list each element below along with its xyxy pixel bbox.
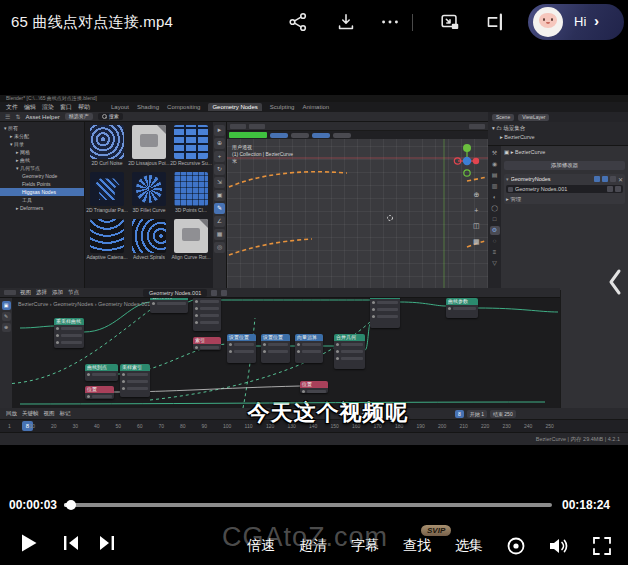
node: 位置 xyxy=(85,386,114,399)
subtitle-button[interactable]: 字幕 xyxy=(348,537,382,555)
toggle-pill-blue xyxy=(270,133,288,138)
socket-slider xyxy=(307,390,326,393)
search-button[interactable]: 查找 xyxy=(400,537,434,555)
node-socket xyxy=(446,305,478,312)
modifier-toggle-icon xyxy=(602,176,608,182)
socket-slider xyxy=(127,380,148,383)
socket-slider xyxy=(200,300,219,303)
asset-label: Advect Spirals xyxy=(133,253,165,261)
node-socket xyxy=(120,385,150,392)
node-body xyxy=(261,341,290,363)
progress-bar[interactable] xyxy=(64,503,552,507)
next-episode-button[interactable] xyxy=(98,535,116,551)
socket-slider xyxy=(200,321,219,324)
download-button[interactable] xyxy=(334,11,358,35)
catalog-item: ▾ 几何节点 xyxy=(0,164,84,172)
extrude-tool-icon: ◎ xyxy=(214,242,225,253)
socket-slider xyxy=(302,350,321,353)
asset-label: Align Curve Rot... xyxy=(171,253,210,261)
socket-slider xyxy=(61,334,82,337)
object-properties-tab-icon: □ xyxy=(490,215,500,224)
quality-button[interactable]: 超清 xyxy=(296,537,330,555)
node: 曲线到点 xyxy=(85,364,118,381)
node-socket xyxy=(227,341,256,348)
node-header: 索引 xyxy=(193,337,221,344)
physics-properties-tab-icon: ◌ xyxy=(490,237,500,246)
toolbar-divider xyxy=(412,14,413,31)
zoom-icon: ⊕ xyxy=(473,191,480,199)
more-button[interactable] xyxy=(378,11,402,35)
asset-search-field: 搜索 xyxy=(98,113,123,120)
speed-button[interactable]: 倍速 xyxy=(244,537,278,555)
volume-button[interactable] xyxy=(548,536,570,556)
episodes-button[interactable]: 选集 xyxy=(452,537,486,555)
node-socket xyxy=(334,341,365,348)
socket-dot xyxy=(263,350,266,353)
socket-dot xyxy=(229,350,232,353)
fullscreen-icon xyxy=(592,536,612,556)
avatar-button[interactable]: Hi › xyxy=(528,4,624,40)
node: 采样索引 xyxy=(120,364,150,397)
node-socket xyxy=(300,388,328,393)
episode-panel-handle[interactable] xyxy=(604,265,626,299)
video-surface[interactable]: Blender* [C:\...\65 曲线点对点连接.blend] 文件编辑渲… xyxy=(0,45,628,495)
rotate-tool-icon: ↻ xyxy=(214,164,225,175)
node-editor-menu-item: 选择 xyxy=(36,289,47,296)
node-socket xyxy=(54,339,84,346)
node-editor-breadcrumb: BezierCurve › GeometryNodes › Geometry N… xyxy=(18,301,150,307)
node-editor-toolbar: ▣✎⊕ xyxy=(0,298,12,408)
node-body xyxy=(300,388,328,393)
node-socket xyxy=(193,319,221,326)
socket-dot xyxy=(56,334,59,337)
socket-slider xyxy=(377,301,398,304)
node-body xyxy=(334,341,365,369)
record-button[interactable] xyxy=(506,536,526,556)
avatar-mascot xyxy=(531,5,565,39)
transform-tool-icon: ▣ xyxy=(214,190,225,201)
data-properties-tab-icon: ▽ xyxy=(490,259,500,268)
camera-icon: ◫ xyxy=(473,222,480,230)
share-button[interactable] xyxy=(286,11,310,35)
node-editor-header: 视图选择添加节点 Geometry Nodes.001 xyxy=(0,288,560,298)
spirals-thumbnail xyxy=(132,219,166,253)
blob-thumbnail xyxy=(132,172,166,206)
node: 索引 xyxy=(193,337,221,350)
socket-dot xyxy=(263,343,266,346)
asset-item: Adaptive Catena... xyxy=(86,219,128,266)
play-button[interactable] xyxy=(20,533,38,553)
socket-dot xyxy=(448,307,451,310)
modifier-toggle-icon xyxy=(594,176,600,182)
noise-thumbnail xyxy=(90,125,124,159)
node-socket xyxy=(85,371,118,378)
socket-slider xyxy=(200,346,219,349)
socket-slider xyxy=(92,373,116,376)
catalog-item: ▸ Deformers xyxy=(0,204,84,212)
socket-slider xyxy=(200,314,219,317)
node-header: 重采样曲线 xyxy=(54,318,84,325)
modifier-header: ▾ GeometryNodes ✕ xyxy=(506,175,623,183)
measure-tool-icon: ∠ xyxy=(214,216,225,227)
outliner-collection-row: ▾ 🗀 场景集合 xyxy=(492,124,624,133)
catenary-thumbnail xyxy=(90,219,124,253)
node-socket xyxy=(193,312,221,319)
socket-slider xyxy=(453,307,476,310)
mini-player-button[interactable] xyxy=(482,11,506,35)
output-properties-tab-icon: ▤ xyxy=(490,171,500,180)
volume-icon xyxy=(548,536,570,556)
annotate-tool-icon: ✎ xyxy=(214,203,225,214)
socket-dot xyxy=(122,380,125,383)
progress-knob[interactable] xyxy=(66,500,76,510)
previous-episode-button[interactable] xyxy=(62,535,80,551)
blender-menu-item: 编辑 xyxy=(24,103,36,112)
picture-in-picture-button[interactable] xyxy=(438,11,462,35)
node: 向量运算 xyxy=(295,334,323,363)
move-tool-icon: + xyxy=(214,151,225,162)
asset-item: 3D Fillet Curve xyxy=(128,172,170,219)
green-button xyxy=(229,132,267,138)
node-header: 合并几何 xyxy=(334,334,365,341)
select-box-icon: ▣ xyxy=(2,301,11,310)
status-text: BezierCurve | 内存 29.4MiB | 4.2.1 xyxy=(536,436,620,443)
viewport-toolbar: ►⊕+↻⇲▣✎∠▦◎ xyxy=(213,122,227,290)
asset-item: Align Curve Rot... xyxy=(170,219,212,266)
fullscreen-button[interactable] xyxy=(592,536,612,556)
